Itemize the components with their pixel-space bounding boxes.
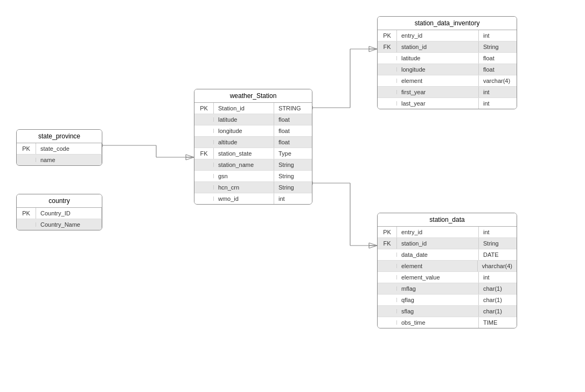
cell-key	[378, 286, 397, 291]
table-row: sflag char(1)	[378, 306, 517, 317]
table-station-data: station_data PK entry_id int FK station_…	[377, 213, 517, 328]
cell-type: TIME	[479, 317, 517, 328]
table-row: FK station_state Type	[194, 148, 312, 159]
table-row: Country_Name	[17, 219, 102, 230]
cell-name: altitude	[214, 137, 274, 148]
cell-name: last_year	[397, 98, 479, 109]
table-row: PK state_code	[17, 143, 102, 155]
cell-name: entry_id	[397, 30, 479, 41]
table-row: element vharchar(4)	[378, 261, 517, 272]
table-row: data_date DATE	[378, 249, 517, 261]
cell-key	[194, 129, 214, 133]
table-row: wmo_id int	[194, 193, 312, 204]
cell-key	[378, 101, 397, 106]
table-state-province: state_province PK state_code name	[16, 129, 102, 166]
svg-line-19	[369, 243, 377, 246]
table-rows-state-province: PK state_code name	[17, 143, 102, 165]
cell-key	[194, 163, 214, 167]
cell-type: int	[479, 272, 517, 283]
table-row: altitude float	[194, 137, 312, 148]
cell-type: String	[274, 159, 312, 170]
cell-type: float	[274, 125, 312, 136]
table-row: FK station_id String	[378, 238, 517, 249]
cell-name: Country_ID	[36, 208, 102, 219]
table-row: gsn String	[194, 171, 312, 182]
table-row: obs_time TIME	[378, 317, 517, 328]
crowfoot-many-sd	[369, 243, 377, 248]
canvas: state_province PK state_code name countr…	[0, 0, 585, 392]
cell-name: entry_id	[397, 227, 479, 237]
cell-name: station_name	[214, 159, 274, 170]
cell-type: int	[479, 227, 517, 237]
cell-type: int	[274, 193, 312, 204]
table-title-country: country	[17, 194, 102, 208]
cell-key: PK	[378, 30, 397, 41]
table-row: FK station_id String	[378, 41, 517, 53]
cell-name: data_date	[397, 249, 479, 260]
svg-line-5	[186, 157, 194, 160]
cell-key	[378, 253, 397, 257]
table-title-station-data: station_data	[378, 213, 517, 227]
cell-key: PK	[378, 227, 397, 237]
svg-line-3	[186, 155, 194, 157]
table-row: mflag char(1)	[378, 283, 517, 295]
cell-name: obs_time	[397, 317, 479, 328]
cell-name: hcn_crn	[214, 182, 274, 193]
cell-name: gsn	[214, 171, 274, 181]
cell-key	[194, 185, 214, 190]
table-rows-weather-station: PK Station_id STRING latitude float long…	[194, 103, 312, 204]
cell-key	[378, 298, 397, 302]
table-row: element_value int	[378, 272, 517, 283]
table-rows-country: PK Country_ID Country_Name	[17, 208, 102, 230]
table-rows-station-data-inventory: PK entry_id int FK station_id String lat…	[378, 30, 517, 109]
table-row: longitude float	[378, 64, 517, 75]
table-row: qflag char(1)	[378, 295, 517, 306]
cell-name: latitude	[214, 114, 274, 125]
table-row: name	[17, 155, 102, 165]
cell-key: PK	[17, 208, 36, 219]
cell-key	[378, 275, 397, 279]
cell-key	[378, 56, 397, 60]
table-title-station-data-inventory: station_data_inventory	[378, 17, 517, 30]
cell-name: sflag	[397, 306, 479, 317]
cell-key	[378, 67, 397, 72]
cell-key	[378, 264, 397, 268]
table-title-weather-station: weather_Station	[194, 89, 312, 103]
table-row: PK Country_ID	[17, 208, 102, 219]
table-rows-station-data: PK entry_id int FK station_id String dat…	[378, 227, 517, 328]
svg-line-11	[369, 46, 377, 49]
cell-key	[378, 90, 397, 94]
cell-type: vharchar(4)	[478, 261, 517, 271]
cell-key: PK	[17, 143, 36, 154]
cell-type: DATE	[479, 249, 517, 260]
cell-type: float	[479, 53, 517, 64]
cell-name: qflag	[397, 295, 479, 305]
cell-name: mflag	[397, 283, 479, 294]
svg-line-13	[369, 49, 377, 52]
cell-key	[194, 140, 214, 144]
cell-name: first_year	[397, 87, 479, 97]
cell-type: float	[274, 137, 312, 148]
table-row: longitude float	[194, 125, 312, 137]
cell-name: longitude	[397, 64, 479, 75]
cell-key: FK	[378, 41, 397, 52]
table-row: latitude float	[378, 53, 517, 64]
cell-key	[378, 309, 397, 313]
cell-type: float	[479, 64, 517, 75]
table-row: last_year int	[378, 98, 517, 109]
cell-name: latitude	[397, 53, 479, 64]
cell-key	[194, 197, 214, 201]
cell-name: name	[36, 155, 102, 165]
cell-type: Type	[274, 148, 312, 159]
table-row: first_year int	[378, 87, 517, 98]
cell-type: char(1)	[479, 283, 517, 294]
cell-key: FK	[194, 148, 214, 159]
cell-name: wmo_id	[214, 193, 274, 204]
cell-type: float	[274, 114, 312, 125]
cell-name: station_id	[397, 238, 479, 249]
table-row: latitude float	[194, 114, 312, 125]
cell-name: element_value	[397, 272, 479, 283]
cell-name: Station_id	[214, 103, 274, 114]
cell-type: int	[479, 98, 517, 109]
cell-type: varchar(4)	[479, 75, 517, 86]
